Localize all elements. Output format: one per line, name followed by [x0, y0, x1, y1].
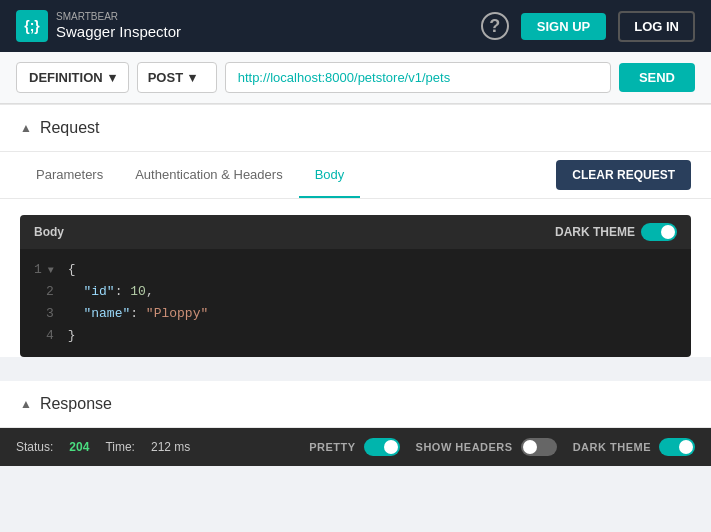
body-label: Body: [34, 225, 64, 239]
fold-arrow-1[interactable]: ▼: [48, 262, 54, 279]
navbar: {;} SMARTBEAR Swagger Inspector ? SIGN U…: [0, 0, 711, 52]
request-tabs-bar: Parameters Authentication & Headers Body…: [0, 152, 711, 199]
response-section-header[interactable]: ▲ Response: [0, 381, 711, 428]
signup-button[interactable]: SIGN UP: [521, 13, 606, 40]
logo: {;} SMARTBEAR Swagger Inspector: [16, 10, 181, 42]
code-key-name: "name": [83, 306, 130, 321]
product-name: Swagger Inspector: [56, 23, 181, 40]
show-headers-label: SHOW HEADERS: [416, 441, 513, 453]
request-section: ▲ Request Parameters Authentication & He…: [0, 104, 711, 357]
dark-theme-toggle-group: DARK THEME: [555, 223, 677, 241]
logo-icon: {;}: [16, 10, 48, 42]
method-selector[interactable]: POST ▾: [137, 62, 217, 93]
resp-dark-theme-toggle-group: DARK THEME: [573, 438, 695, 456]
login-button[interactable]: LOG IN: [618, 11, 695, 42]
url-input[interactable]: [225, 62, 611, 93]
tab-auth-headers[interactable]: Authentication & Headers: [119, 153, 298, 198]
request-section-header[interactable]: ▲ Request: [0, 105, 711, 152]
logo-text: SMARTBEAR Swagger Inspector: [56, 11, 181, 41]
dark-theme-label: DARK THEME: [555, 225, 635, 239]
time-label: Time:: [105, 440, 135, 454]
response-title: Response: [40, 395, 112, 413]
help-button[interactable]: ?: [481, 12, 509, 40]
url-bar: DEFINITION ▾ POST ▾ SEND: [0, 52, 711, 104]
line-num-3: 3: [46, 306, 54, 321]
pretty-toggle[interactable]: [364, 438, 400, 456]
method-value: POST: [148, 70, 183, 85]
pretty-toggle-group: PRETTY: [309, 438, 399, 456]
definition-button[interactable]: DEFINITION ▾: [16, 62, 129, 93]
logo-brackets: {;}: [24, 18, 40, 34]
code-value-name: "Ploppy": [146, 306, 208, 321]
status-value: 204: [69, 440, 89, 454]
method-chevron-icon: ▾: [189, 70, 196, 85]
definition-label: DEFINITION: [29, 70, 103, 85]
code-lines: 1 ▼ 2 3 4 { "id": 10, "name": "P: [34, 259, 677, 347]
code-editor[interactable]: 1 ▼ 2 3 4 { "id": 10, "name": "P: [20, 249, 691, 357]
tab-body[interactable]: Body: [299, 153, 361, 198]
code-text: { "id": 10, "name": "Ploppy" }: [68, 259, 208, 347]
body-editor: Body DARK THEME 1 ▼ 2 3 4: [20, 215, 691, 357]
editor-header: Body DARK THEME: [20, 215, 691, 249]
status-label: Status:: [16, 440, 53, 454]
pretty-label: PRETTY: [309, 441, 355, 453]
main-content: ▲ Request Parameters Authentication & He…: [0, 104, 711, 532]
line-numbers: 1 ▼ 2 3 4: [34, 259, 54, 347]
show-headers-toggle-group: SHOW HEADERS: [416, 438, 557, 456]
line-num-2: 2: [46, 284, 54, 299]
response-bar: Status: 204 Time: 212 ms PRETTY SHOW HEA…: [0, 428, 711, 466]
code-close-brace: }: [68, 328, 76, 343]
dark-theme-toggle[interactable]: [641, 223, 677, 241]
show-headers-toggle[interactable]: [521, 438, 557, 456]
line-num-4: 4: [46, 328, 54, 343]
code-key-id: "id": [83, 284, 114, 299]
code-value-id: 10: [130, 284, 146, 299]
send-button[interactable]: SEND: [619, 63, 695, 92]
resp-dark-theme-label: DARK THEME: [573, 441, 651, 453]
line-num-1: 1: [34, 259, 42, 281]
clear-request-button[interactable]: CLEAR REQUEST: [556, 160, 691, 190]
resp-dark-theme-toggle[interactable]: [659, 438, 695, 456]
time-value: 212 ms: [151, 440, 190, 454]
response-section: ▲ Response Status: 204 Time: 212 ms PRET…: [0, 373, 711, 466]
tab-parameters[interactable]: Parameters: [20, 153, 119, 198]
code-open-brace: {: [68, 262, 76, 277]
collapse-icon: ▲: [20, 121, 32, 135]
response-collapse-icon: ▲: [20, 397, 32, 411]
request-title: Request: [40, 119, 100, 137]
brand-name: SMARTBEAR: [56, 11, 181, 23]
chevron-down-icon: ▾: [109, 70, 116, 85]
